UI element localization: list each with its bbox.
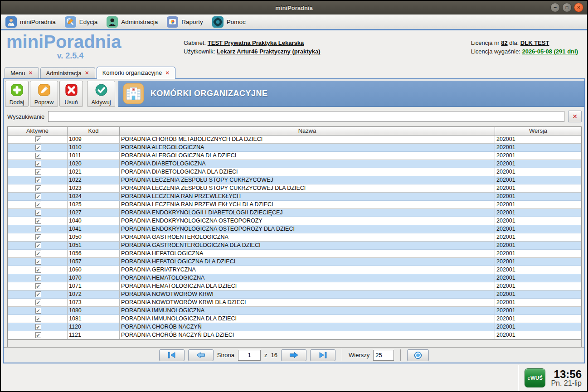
table-row[interactable]: 1071 PORADNIA HEMATOLOGICZNA DLA DZIECI … [8,282,581,290]
active-checkbox[interactable] [35,291,41,297]
table-row[interactable]: 1011 PORADNIA ALERGOLOGICZNA DLA DZIECI … [8,152,581,160]
active-checkbox[interactable] [35,234,41,240]
active-checkbox[interactable] [35,226,41,232]
active-checkbox[interactable] [35,275,41,281]
column-header-kod[interactable]: Kod [68,127,120,135]
table-row[interactable]: 1072 PORADNIA NOWOTWORÓW KRWI 202001 [8,290,581,299]
active-checkbox[interactable] [35,300,41,305]
menu-item-edycja[interactable]: Edycja [63,15,103,29]
menu-item-administracja[interactable]: Administracja [105,15,163,29]
search-input[interactable] [48,111,564,122]
menu-item-miniporadnia[interactable]: miniPoradnia [4,15,61,29]
ewus-icon[interactable]: eWUŚ [525,368,545,387]
tab-komorki-organizacyjne[interactable]: Komórki organizacyjne [97,67,176,79]
window-title: miniPoradnia [275,5,312,11]
table-row[interactable]: 1051 PORADNIA GASTROENTEROLOGICZNA DLA D… [8,242,581,250]
table-row[interactable]: 1010 PORADNIA ALERGOLOGICZNA 202001 [8,144,581,152]
menu-item-label: Pomoc [227,19,246,25]
column-header-nazwa[interactable]: Nazwa [120,127,495,135]
active-checkbox[interactable] [35,218,41,224]
edit-button[interactable]: Popraw [30,81,58,107]
of-label: z [264,352,267,358]
active-checkbox[interactable] [35,308,41,314]
active-checkbox[interactable] [35,332,41,338]
active-checkbox[interactable] [35,153,41,159]
add-button[interactable]: Dodaj [5,81,29,107]
table-row[interactable]: 1073 PORADNIA NOWOTWORÓW KRWI DLA DZIECI… [8,299,581,307]
active-checkbox[interactable] [35,145,41,150]
tab-close-icon[interactable] [85,70,89,76]
active-checkbox[interactable] [35,185,41,191]
app-header: miniPoradnia v. 2.5.4 Gabinet: TEST Pryw… [1,30,587,66]
cell-nazwa: PORADNIA HEMATOLOGICZNA DLA DZIECI [120,282,495,290]
tab-menu[interactable]: Menu [5,67,39,78]
page-number-input[interactable] [238,350,261,361]
table-row[interactable]: 1027 PORADNIA ENDOKRYNOLOGII I DIABETOLO… [8,209,581,217]
tab-close-icon[interactable] [29,70,33,76]
refresh-button[interactable] [407,349,429,361]
button-label: Dodaj [10,99,24,106]
column-header-aktywne[interactable]: Aktywne [8,127,68,135]
menu-item-raporty[interactable]: Raporty [165,15,208,29]
table-header: Aktywne Kod Nazwa Wersja [8,127,581,136]
table-row[interactable]: 1040 PORADNIA ENDOKRYNOLOGICZNA OSTEOPOR… [8,217,581,225]
close-icon[interactable] [574,3,583,12]
table-row[interactable]: 1056 PORADNIA HEPATOLOGICZNA 202001 [8,250,581,258]
license-expiry-date[interactable]: 2026-05-08 (291 dni) [522,48,578,55]
table-row[interactable]: 1009 PORADNIA CHORÓB METABOLICZNYCH DLA … [8,136,581,144]
column-header-wersja[interactable]: Wersja [495,127,581,135]
last-page-button[interactable] [310,349,335,361]
activate-button[interactable]: Aktywuj [87,81,115,107]
active-checkbox[interactable] [35,210,41,216]
button-label: Usuń [64,99,78,106]
maximize-icon[interactable] [562,3,572,12]
clear-x-icon[interactable] [568,111,582,122]
tab-close-icon[interactable] [165,70,170,76]
active-checkbox[interactable] [35,259,41,265]
table-row[interactable]: 1024 PORADNIA LECZENIA RAN PRZEWLEKŁYCH … [8,193,581,201]
next-page-button[interactable] [281,349,306,361]
table-row[interactable]: 1070 PORADNIA HEMATOLOGICZNA 202001 [8,274,581,282]
table-row[interactable]: 1057 PORADNIA HEPATOLOGICZNA DLA DZIECI … [8,258,581,266]
table-row[interactable]: 1121 PORADNIA CHORÓB NACZYŃ DLA DZIECI 2… [8,331,581,339]
active-checkbox[interactable] [35,283,41,289]
table-row[interactable]: 1120 PORADNIA CHORÓB NACZYŃ 202001 [8,323,581,331]
cell-nazwa: PORADNIA DIABETOLOGICZNA DLA DZIECI [120,168,495,176]
table-row[interactable]: 1025 PORADNIA LECZENIA RAN PRZEWLEKŁYCH … [8,201,581,209]
prev-page-button[interactable] [188,349,214,361]
active-checkbox[interactable] [35,324,41,330]
rows-per-page-input[interactable] [373,350,394,361]
active-checkbox[interactable] [35,202,41,208]
table-row[interactable]: 1060 PORADNIA GERIATRYCZNA 202001 [8,266,581,274]
license-number: 82 [501,39,507,46]
menu-item-pomoc[interactable]: Pomoc [210,15,251,29]
active-checkbox[interactable] [35,316,41,322]
active-checkbox[interactable] [35,242,41,248]
gabinet-value[interactable]: TEST Prywatna Praktyka Lekarska [208,39,304,46]
tab-administracja[interactable]: Administracja [40,67,95,78]
table-row[interactable]: 1021 PORADNIA DIABETOLOGICZNA DLA DZIECI… [8,168,581,176]
user-value[interactable]: Lekarz Artur46 Praktyczny (praktyka) [217,48,321,55]
active-checkbox[interactable] [35,161,41,167]
minimize-icon[interactable] [550,3,560,12]
table-row[interactable]: 1023 PORADNIA LECZENIA ZESPOŁU STOPY CUK… [8,184,581,193]
cell-nazwa: PORADNIA LECZENIA RAN PRZEWLEKŁYCH DLA D… [120,201,495,208]
table-row[interactable]: 1020 PORADNIA DIABETOLOGICZNA 202001 [8,160,581,168]
table-row[interactable]: 1080 PORADNIA IMMUNOLOGICZNA 202001 [8,307,581,315]
delete-button[interactable]: Usuń [59,81,83,107]
table-row[interactable]: 1022 PORADNIA LECZENIA ZESPOŁU STOPY CUK… [8,176,581,184]
first-page-button[interactable] [159,349,185,361]
active-checkbox[interactable] [35,136,41,142]
active-checkbox[interactable] [35,251,41,256]
active-checkbox[interactable] [35,194,41,199]
active-checkbox[interactable] [35,177,41,183]
cell-kod: 1080 [68,307,120,315]
tab-label: Menu [10,70,25,77]
rows-label: Wierszy [349,352,369,358]
table-row[interactable]: 1081 PORADNIA IMMUNOLOGICZNA DLA DZIECI … [8,315,581,323]
table-row[interactable]: 1041 PORADNIA ENDOKRYNOLOGICZNA OSTEOPOR… [8,225,581,233]
active-checkbox[interactable] [35,267,41,273]
cell-kod: 1024 [68,193,120,200]
table-row[interactable]: 1050 PORADNIA GASTROENTEROLOGICZNA 20200… [8,233,581,242]
active-checkbox[interactable] [35,169,41,175]
